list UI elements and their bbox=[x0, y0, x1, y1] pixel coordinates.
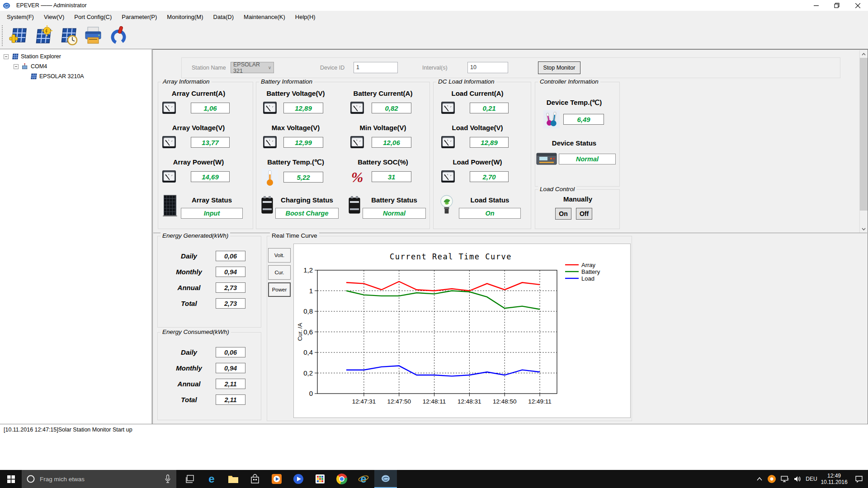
tree-node-com4[interactable]: COM4 bbox=[14, 62, 47, 71]
real-time-chart: 00,20,40,60,811,212:47:3112:47:5012:48:1… bbox=[293, 244, 631, 418]
svg-text:e: e bbox=[360, 473, 366, 485]
svg-text:12:48:11: 12:48:11 bbox=[423, 398, 446, 405]
device-id-label: Device ID bbox=[320, 65, 344, 71]
menu-parameter[interactable]: Parameter(P) bbox=[117, 11, 162, 23]
action-center-icon[interactable] bbox=[852, 470, 866, 488]
max-voltage-label: Max Voltage(V) bbox=[262, 124, 330, 131]
close-button[interactable] bbox=[847, 0, 868, 11]
log-panel: [10.11.2016 12:47:15]Solar Station Monit… bbox=[0, 424, 868, 470]
collapse-icon[interactable] bbox=[14, 64, 19, 69]
device-status-label: Device Status bbox=[539, 139, 609, 147]
current-real-time-curve-chart: 00,20,40,60,811,212:47:3112:47:5012:48:1… bbox=[294, 244, 631, 418]
svg-text:1,2: 1,2 bbox=[303, 266, 313, 274]
station-monitor-button[interactable] bbox=[32, 25, 53, 47]
chrome-icon[interactable] bbox=[331, 470, 353, 488]
group-title: Energy Generated(kWh) bbox=[160, 232, 230, 239]
controller-icon bbox=[536, 152, 557, 167]
edge-icon[interactable]: e bbox=[201, 470, 222, 488]
restore-button[interactable] bbox=[826, 0, 847, 11]
language-indicator[interactable]: DEU bbox=[804, 470, 819, 488]
meter-icon bbox=[161, 168, 177, 186]
load-current-value: 0,21 bbox=[470, 103, 509, 113]
svg-text:0,2: 0,2 bbox=[303, 369, 313, 377]
load-off-button[interactable]: Off bbox=[576, 208, 592, 220]
svg-text:1: 1 bbox=[309, 287, 313, 295]
taskbar-epever-app[interactable] bbox=[374, 470, 397, 488]
load-on-button[interactable]: On bbox=[555, 208, 571, 220]
load-voltage-label: Load Voltage(V) bbox=[440, 124, 515, 131]
station-explorer-icon bbox=[11, 53, 19, 60]
menu-system[interactable]: System(F) bbox=[2, 11, 39, 23]
gen-monthly-label: Monthly bbox=[164, 268, 214, 276]
gen-annual-value: 2,73 bbox=[216, 282, 245, 293]
array-voltage-label: Array Voltage(V) bbox=[161, 124, 236, 131]
power-exit-button[interactable] bbox=[108, 25, 129, 47]
svg-text:e: e bbox=[208, 473, 214, 485]
tab-cur[interactable]: Cur. bbox=[268, 265, 291, 280]
max-voltage-value: 12,99 bbox=[283, 137, 323, 148]
app-logo-icon bbox=[3, 2, 10, 9]
tree-node-epsolar-3210a[interactable]: EPSOLAR 3210A bbox=[30, 72, 84, 81]
media-player-orange-icon[interactable] bbox=[266, 470, 288, 488]
minimize-button[interactable] bbox=[806, 0, 826, 11]
menu-monitoring[interactable]: Monitoring(M) bbox=[162, 11, 208, 23]
clock[interactable]: 12:49 10.11.2016 bbox=[820, 470, 848, 488]
microphone-icon[interactable] bbox=[165, 474, 171, 483]
menu-bar: System(F) View(V) Port Config(C) Paramet… bbox=[0, 11, 868, 23]
battery-information-group: Battery Information Battery Voltage(V) 1… bbox=[256, 82, 430, 229]
meter-icon bbox=[262, 134, 278, 152]
start-button[interactable] bbox=[0, 470, 22, 488]
collapse-icon[interactable] bbox=[4, 54, 9, 59]
manually-label: Manually bbox=[539, 195, 617, 203]
menu-view[interactable]: View(V) bbox=[39, 11, 69, 23]
internet-explorer-icon[interactable]: e bbox=[353, 470, 374, 488]
task-view-button[interactable] bbox=[179, 470, 201, 488]
tray-chevron-icon[interactable] bbox=[754, 470, 765, 488]
realtime-clock-button[interactable] bbox=[57, 25, 79, 47]
con-daily-label: Daily bbox=[164, 348, 214, 356]
chevron-down-icon: ∨ bbox=[268, 65, 271, 70]
vertical-scrollbar[interactable] bbox=[859, 50, 867, 233]
meter-icon bbox=[349, 99, 365, 117]
menu-port-config[interactable]: Port Config(C) bbox=[69, 11, 117, 23]
add-station-button[interactable] bbox=[6, 25, 28, 47]
workspace: Station Explorer COM4 EPSOLAR 3210A Stat… bbox=[0, 49, 868, 424]
volume-tray-icon[interactable] bbox=[791, 470, 804, 488]
array-status-value: Input bbox=[181, 208, 243, 219]
scroll-up-button[interactable] bbox=[860, 50, 868, 58]
svg-text:12:48:31: 12:48:31 bbox=[458, 398, 481, 405]
print-button[interactable] bbox=[82, 25, 104, 47]
interval-input[interactable]: 10 bbox=[467, 62, 508, 73]
scroll-down-button[interactable] bbox=[860, 225, 868, 233]
stop-monitor-button[interactable]: Stop Monitor bbox=[538, 61, 580, 74]
device-id-input[interactable]: 1 bbox=[354, 62, 398, 73]
station-name-select[interactable]: EPSOLAR 321 ∨ bbox=[231, 62, 274, 73]
battery-current-label: Battery Current(A) bbox=[349, 89, 417, 97]
group-title: DC Load Information bbox=[436, 78, 496, 85]
percent-icon bbox=[349, 168, 365, 188]
media-player-blue-icon[interactable] bbox=[288, 470, 309, 488]
scrollbar-thumb[interactable] bbox=[860, 58, 868, 211]
network-tray-icon[interactable] bbox=[778, 470, 791, 488]
gen-total-value: 2,73 bbox=[216, 298, 245, 309]
battery-soc-label: Battery SOC(%) bbox=[349, 158, 417, 166]
menu-maintenance[interactable]: Maintenance(K) bbox=[239, 11, 290, 23]
tab-volt[interactable]: Volt. bbox=[268, 248, 291, 263]
menu-data[interactable]: Data(D) bbox=[208, 11, 239, 23]
antivirus-tray-icon[interactable] bbox=[766, 470, 778, 488]
epever-monitor-window: EPEVER —— Administrator System(F) View(V… bbox=[0, 0, 868, 488]
tab-power[interactable]: Power bbox=[268, 282, 291, 297]
battery-status-label: Battery Status bbox=[363, 196, 426, 204]
store-icon[interactable] bbox=[244, 470, 266, 488]
file-explorer-icon[interactable] bbox=[222, 470, 244, 488]
search-box[interactable]: Frag mich etwas bbox=[22, 470, 176, 488]
array-status-label: Array Status bbox=[181, 196, 243, 204]
tree-node-station-explorer[interactable]: Station Explorer bbox=[4, 52, 61, 61]
device-temp-label: Device Temp.(℃) bbox=[539, 99, 609, 107]
battery-voltage-value: 12,89 bbox=[283, 103, 323, 113]
battery-icon bbox=[259, 194, 275, 217]
svg-text:0,8: 0,8 bbox=[303, 307, 313, 315]
app-grid-icon[interactable] bbox=[309, 470, 331, 488]
menu-help[interactable]: Help(H) bbox=[290, 11, 321, 23]
controller-information-group: Controller Information Device Temp.(℃) 6… bbox=[535, 82, 620, 187]
